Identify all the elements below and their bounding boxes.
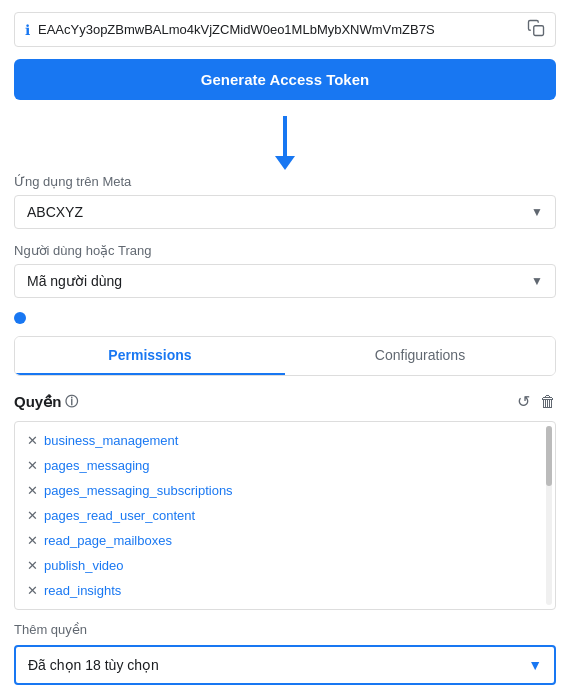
remove-permission-icon[interactable]: ✕ [27, 433, 38, 448]
token-row: ℹ EAAcYy3opZBmwBALmo4kVjZCMidW0eo1MLbMyb… [14, 12, 556, 47]
remove-permission-icon[interactable]: ✕ [27, 483, 38, 498]
user-select-value: Mã người dùng [27, 273, 531, 289]
permissions-title: Quyền ⓘ [14, 393, 78, 411]
scrollbar-thumb[interactable] [546, 426, 552, 486]
list-item: ✕ read_page_mailboxes [27, 528, 543, 553]
blue-circle-indicator [14, 312, 26, 324]
info-icon: ℹ [25, 22, 30, 38]
list-item: ✕ publish_video [27, 553, 543, 578]
remove-permission-icon[interactable]: ✕ [27, 508, 38, 523]
list-item: ✕ read_insights [27, 578, 543, 603]
add-permission-label: Thêm quyền [14, 622, 556, 637]
tab-permissions[interactable]: Permissions [15, 337, 285, 375]
remove-permission-icon[interactable]: ✕ [27, 583, 38, 598]
generate-btn-label: Generate Access Token [201, 71, 369, 88]
tabs-container: Permissions Configurations [14, 336, 556, 376]
user-select-arrow-icon: ▼ [531, 274, 543, 288]
add-permission-select-arrow-icon: ▼ [528, 657, 542, 673]
add-permission-select-value: Đã chọn 18 tùy chọn [28, 657, 528, 673]
list-item: ✕ pages_read_user_content [27, 503, 543, 528]
permissions-list: ✕ business_management ✕ pages_messaging … [15, 422, 555, 609]
list-item: ✕ pages_messaging [27, 453, 543, 478]
list-item: ✕ business_management [27, 428, 543, 453]
remove-permission-icon[interactable]: ✕ [27, 533, 38, 548]
svg-rect-0 [534, 26, 544, 36]
app-select-value: ABCXYZ [27, 204, 531, 220]
arrow-indicator [14, 116, 556, 170]
app-select-arrow-icon: ▼ [531, 205, 543, 219]
permissions-actions: ↺ 🗑 [517, 392, 556, 411]
remove-permission-icon[interactable]: ✕ [27, 558, 38, 573]
user-label: Người dùng hoặc Trang [14, 243, 556, 258]
generate-access-token-button[interactable]: Generate Access Token [14, 59, 556, 100]
copy-icon[interactable] [527, 19, 545, 40]
add-permission-select[interactable]: Đã chọn 18 tùy chọn ▼ [14, 645, 556, 685]
tab-configurations[interactable]: Configurations [285, 337, 555, 375]
refresh-icon[interactable]: ↺ [517, 392, 530, 411]
app-label: Ứng dụng trên Meta [14, 174, 556, 189]
permissions-list-wrapper: ✕ business_management ✕ pages_messaging … [14, 421, 556, 610]
permissions-info-icon[interactable]: ⓘ [65, 393, 78, 411]
scrollbar-track [546, 426, 552, 605]
token-value: EAAcYy3opZBmwBALmo4kVjZCMidW0eo1MLbMybXN… [38, 22, 519, 37]
app-select[interactable]: ABCXYZ ▼ [14, 195, 556, 229]
list-item: ✕ pages_messaging_subscriptions [27, 478, 543, 503]
user-select[interactable]: Mã người dùng ▼ [14, 264, 556, 298]
delete-icon[interactable]: 🗑 [540, 393, 556, 411]
remove-permission-icon[interactable]: ✕ [27, 458, 38, 473]
permissions-header: Quyền ⓘ ↺ 🗑 [14, 392, 556, 411]
